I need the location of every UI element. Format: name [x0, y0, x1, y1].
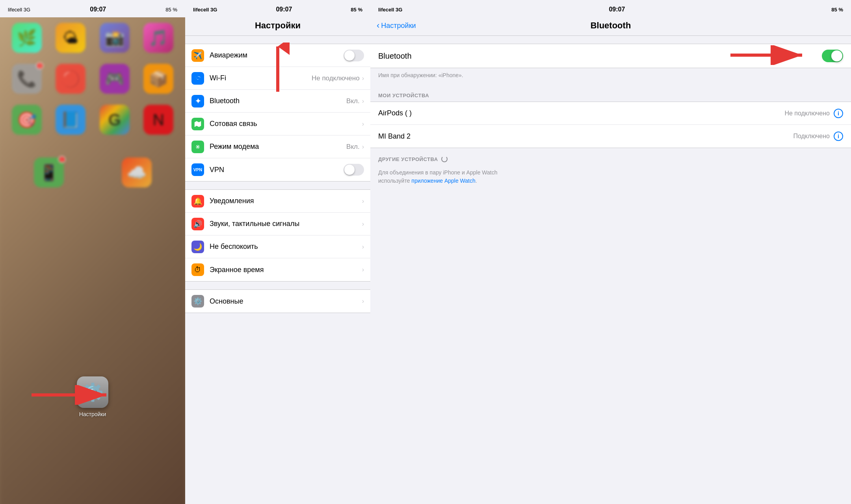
- airplane-toggle[interactable]: [344, 50, 364, 61]
- app-icon-3[interactable]: 📸: [100, 23, 130, 53]
- app-icon-soundcloud[interactable]: ☁️: [122, 158, 152, 187]
- miband-info-button[interactable]: i: [834, 132, 843, 141]
- bt-battery: 85 %: [831, 7, 843, 13]
- screentime-chevron: ›: [362, 266, 364, 273]
- vpn-toggle[interactable]: [344, 164, 364, 176]
- general-chevron: ›: [362, 298, 364, 305]
- miband-row[interactable]: MI Band 2 Подключено i: [370, 125, 851, 148]
- dnd-chevron: ›: [362, 243, 364, 250]
- general-section: ⚙️ Основные ›: [185, 289, 370, 313]
- home-carrier: lifecell 3G: [8, 7, 30, 13]
- home-battery: 85 %: [165, 7, 177, 13]
- app-icon-7[interactable]: 🎮: [100, 64, 130, 94]
- hotspot-label: Режим модема: [210, 143, 346, 151]
- app-icon-8[interactable]: 📦: [143, 64, 173, 94]
- scanning-spinner: [441, 156, 448, 162]
- vpn-icon: VPN: [191, 163, 204, 176]
- app-icon-phone[interactable]: 📱 1: [34, 158, 64, 187]
- app-icon-2[interactable]: 🌤: [56, 23, 85, 53]
- airplane-icon: ✈️: [191, 49, 204, 62]
- arrow-to-toggle: [730, 45, 809, 67]
- bluetooth-row[interactable]: ✦ Bluetooth Вкл. ›: [185, 90, 370, 113]
- bt-toggle-section: Bluetooth: [370, 44, 851, 68]
- dnd-label: Не беспокоить: [210, 243, 362, 251]
- hotspot-icon: [191, 141, 204, 153]
- arrow-up-bluetooth: [266, 43, 290, 95]
- app-icon-9[interactable]: 🎯: [12, 105, 42, 135]
- miband-name: MI Band 2: [378, 132, 793, 141]
- settings-label: Настройки: [79, 411, 106, 417]
- app-icon-netflix[interactable]: N: [143, 105, 173, 135]
- sounds-icon: 🔊: [191, 218, 204, 230]
- screentime-icon: ⏱: [191, 263, 204, 276]
- my-devices-section: AirPods ( ) Не подключено i MI Band 2 По…: [370, 102, 851, 148]
- sounds-label: Звуки, тактильные сигналы: [210, 220, 362, 228]
- notifications-chevron: ›: [362, 198, 364, 205]
- wifi-value: Не подключено: [312, 74, 360, 82]
- other-devices-header: ДРУГИЕ УСТРОЙСТВА: [370, 148, 851, 165]
- bt-carrier: lifecell 3G: [378, 7, 402, 13]
- notifications-row[interactable]: 🔔 Уведомления ›: [185, 190, 370, 213]
- general-icon: ⚙️: [191, 295, 204, 308]
- dnd-icon: 🌙: [191, 241, 204, 253]
- svg-point-4: [197, 146, 199, 148]
- notifications-section: 🔔 Уведомления › 🔊 Звуки, тактильные сигн…: [185, 189, 370, 282]
- app-icon-5[interactable]: 📞 3: [12, 64, 42, 94]
- bt-title: Bluetooth: [591, 20, 631, 31]
- bluetooth-panel: lifecell 3G 09:07 85 % ‹ Настройки Bluet…: [370, 0, 851, 504]
- screentime-row[interactable]: ⏱ Экранное время ›: [185, 258, 370, 281]
- bluetooth-icon: ✦: [191, 95, 204, 107]
- miband-status: Подключено: [793, 133, 830, 140]
- bluetooth-label: Bluetooth: [210, 97, 346, 105]
- bt-time: 09:07: [609, 6, 625, 13]
- screentime-label: Экранное время: [210, 266, 362, 274]
- general-row[interactable]: ⚙️ Основные ›: [185, 290, 370, 313]
- airpods-info-button[interactable]: i: [834, 109, 843, 118]
- settings-carrier: lifecell 3G: [193, 7, 217, 13]
- airpods-row[interactable]: AirPods ( ) Не подключено i: [370, 102, 851, 125]
- home-time: 09:07: [90, 6, 106, 13]
- app-icon-google[interactable]: G: [100, 105, 130, 135]
- cellular-icon: [191, 118, 204, 130]
- notifications-label: Уведомления: [210, 197, 362, 205]
- bt-back-chevron-icon: ‹: [377, 20, 379, 31]
- settings-time: 09:07: [276, 6, 292, 13]
- settings-panel: lifecell 3G 09:07 85 % Настройки ✈️ Авиа…: [185, 0, 370, 504]
- dnd-row[interactable]: 🌙 Не беспокоить ›: [185, 235, 370, 258]
- hotspot-chevron: ›: [362, 143, 364, 150]
- cellular-label: Сотовая связь: [210, 120, 362, 128]
- bt-toggle-row: Bluetooth: [370, 44, 851, 68]
- wifi-label: Wi-Fi: [210, 74, 312, 82]
- home-screen: lifecell 3G 09:07 85 % 🌿 🌤 📸 🎵 📞 3 🔴 🎮 📦…: [0, 0, 185, 504]
- settings-title: Настройки: [255, 20, 301, 30]
- apple-watch-link[interactable]: приложение Apple Watch: [411, 178, 475, 184]
- airpods-name: AirPods ( ): [378, 109, 784, 117]
- connectivity-section: ✈️ Авиарежим Wi-Fi Не подключено › ✦ Blu…: [185, 44, 370, 182]
- hotspot-row[interactable]: Режим модема Вкл. ›: [185, 135, 370, 158]
- hotspot-value: Вкл.: [346, 143, 360, 151]
- bt-toggle[interactable]: [822, 50, 843, 62]
- sounds-chevron: ›: [362, 220, 364, 228]
- wifi-icon: [191, 72, 204, 85]
- app-icon-4[interactable]: 🎵: [143, 23, 173, 53]
- cellular-row[interactable]: Сотовая связь ›: [185, 113, 370, 135]
- bluetooth-chevron: ›: [362, 98, 364, 105]
- app-icon-6[interactable]: 🔴: [56, 64, 85, 94]
- settings-battery: 85 %: [351, 7, 362, 13]
- app-icon-10[interactable]: 📘: [56, 105, 85, 135]
- airpods-status: Не подключено: [784, 110, 830, 117]
- my-devices-header: МОИ УСТРОЙСТВА: [370, 85, 851, 102]
- bt-back-button[interactable]: ‹ Настройки: [377, 20, 416, 31]
- bt-back-label: Настройки: [381, 22, 416, 30]
- arrow-to-settings: [32, 385, 114, 406]
- vpn-row[interactable]: VPN VPN: [185, 158, 370, 181]
- other-devices-desc: Для объединения в пару iPhone и Apple Wa…: [370, 165, 851, 190]
- general-label: Основные: [210, 297, 362, 306]
- app-icon-1[interactable]: 🌿: [12, 23, 42, 53]
- vpn-label: VPN: [210, 166, 344, 174]
- wifi-chevron: ›: [362, 75, 364, 82]
- sounds-row[interactable]: 🔊 Звуки, тактильные сигналы ›: [185, 213, 370, 235]
- bluetooth-value: Вкл.: [346, 97, 360, 105]
- cellular-chevron: ›: [362, 120, 364, 128]
- notifications-icon: 🔔: [191, 195, 204, 208]
